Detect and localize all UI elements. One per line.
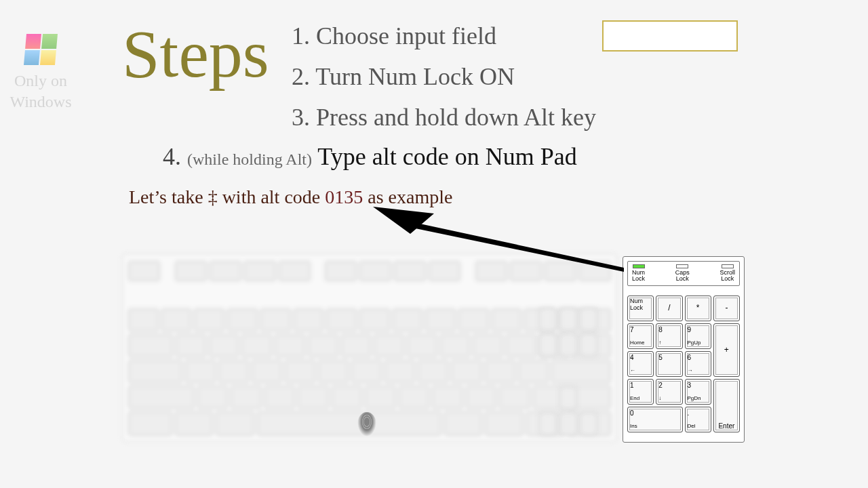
pointer-arrow-icon xyxy=(370,207,634,319)
numlock-led-icon xyxy=(633,264,645,268)
step-4-text: Type alt code on Num Pad xyxy=(317,143,576,170)
capslock-led-icon xyxy=(676,264,688,268)
step-1: 1. Choose input field xyxy=(292,22,496,50)
key-5[interactable]: 5 xyxy=(656,351,682,377)
scrolllock-indicator: Scroll Lock xyxy=(719,264,735,283)
step-4-paren: (while holding Alt) xyxy=(187,150,312,168)
step-4-number: 4. xyxy=(163,143,181,170)
svg-marker-1 xyxy=(409,222,624,272)
key-minus[interactable]: - xyxy=(713,296,740,321)
key-8[interactable]: 8↑ xyxy=(656,323,682,349)
step-3: 3. Press and hold down Alt key xyxy=(292,103,596,131)
demo-input-field[interactable] xyxy=(602,20,738,52)
key-enter[interactable]: Enter xyxy=(713,379,740,432)
example-post: as example xyxy=(363,186,452,207)
example-code: 0135 xyxy=(325,186,363,207)
example-char: ‡ xyxy=(208,186,218,207)
example-mid: with alt code xyxy=(218,186,326,207)
key-0[interactable]: 0Ins xyxy=(627,407,683,432)
example-pre: Let’s take xyxy=(129,186,208,207)
lock-indicators: Num Lock Caps Lock Scroll Lock xyxy=(627,261,740,286)
key-1[interactable]: 1End xyxy=(627,379,654,405)
steps-heading: Steps xyxy=(122,15,269,93)
scrolllock-led-icon xyxy=(722,264,734,268)
key-4[interactable]: 4← xyxy=(627,351,654,377)
windows-logo-block: Only on Windows xyxy=(7,34,75,113)
key-6[interactable]: 6→ xyxy=(685,351,711,377)
key-9[interactable]: 9PgUp xyxy=(685,323,711,349)
numpad-zoom: Num Lock Caps Lock Scroll Lock Num Lock … xyxy=(623,256,745,443)
example-line: Let’s take ‡ with alt code 0135 as examp… xyxy=(129,186,452,208)
key-2[interactable]: 2↓ xyxy=(656,379,682,405)
step-2: 2. Turn Num Lock ON xyxy=(292,62,515,91)
capslock-indicator: Caps Lock xyxy=(675,264,690,283)
key-3[interactable]: 3PgDn xyxy=(685,379,711,405)
windows-icon xyxy=(24,34,58,65)
key-slash[interactable]: / xyxy=(656,296,682,321)
platform-note-2: Windows xyxy=(7,92,75,113)
step-4: 4. (while holding Alt) Type alt code on … xyxy=(163,142,577,171)
key-7[interactable]: 7Home xyxy=(627,323,654,349)
fingerprint-icon xyxy=(357,412,376,436)
key-star[interactable]: * xyxy=(685,296,711,321)
key-plus[interactable]: + xyxy=(713,323,740,377)
key-dot[interactable]: .Del xyxy=(685,407,711,432)
platform-note-1: Only on xyxy=(7,70,75,92)
